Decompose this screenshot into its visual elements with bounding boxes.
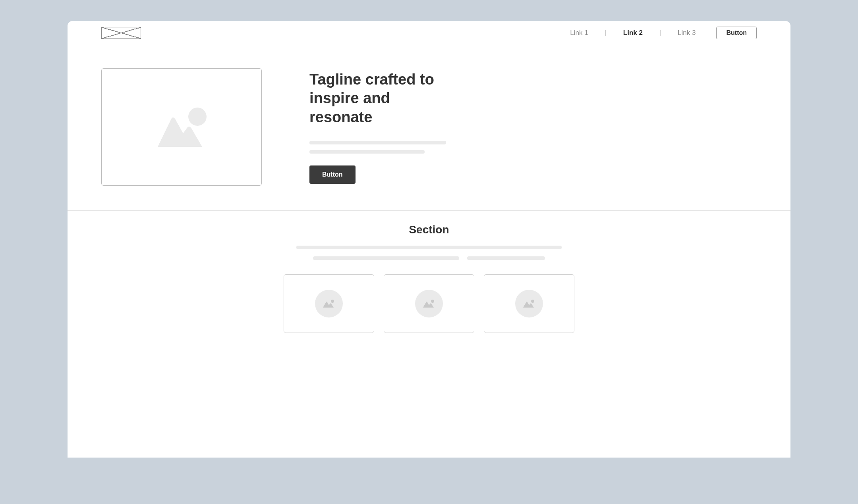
svg-point-0 (188, 108, 207, 126)
page-container: Link 1 | Link 2 | Link 3 Button Tagline … (68, 21, 790, 458)
nav-divider: | (659, 29, 661, 37)
hero-content: Tagline crafted to inspire and resonate … (309, 70, 757, 184)
image-icon (422, 298, 436, 309)
nav-link-2[interactable]: Link 2 (623, 29, 643, 37)
text-placeholder-line (296, 246, 562, 249)
text-placeholder-line (309, 150, 425, 154)
card-image-placeholder (415, 290, 443, 317)
svg-point-2 (431, 300, 434, 303)
nav-link-3[interactable]: Link 3 (678, 29, 696, 37)
hero-cta-button[interactable]: Button (309, 165, 356, 184)
svg-point-1 (331, 300, 334, 303)
hero-title: Tagline crafted to inspire and resonate (309, 70, 448, 127)
section-text-placeholder (101, 246, 757, 260)
svg-point-3 (531, 300, 534, 303)
image-icon (522, 298, 536, 309)
card-item[interactable] (484, 274, 574, 333)
image-icon (146, 99, 217, 155)
card-image-placeholder (515, 290, 543, 317)
card-image-placeholder (315, 290, 343, 317)
logo-placeholder[interactable] (101, 27, 141, 39)
image-icon (322, 298, 336, 309)
site-header: Link 1 | Link 2 | Link 3 Button (68, 21, 790, 45)
hero-section: Tagline crafted to inspire and resonate … (68, 45, 790, 211)
text-placeholder-line (309, 141, 446, 144)
card-item[interactable] (384, 274, 474, 333)
text-placeholder-row (313, 256, 545, 260)
text-placeholder-line (467, 256, 545, 260)
text-placeholder-line (313, 256, 459, 260)
nav-divider: | (605, 29, 607, 37)
section-title: Section (101, 223, 757, 236)
card-row (101, 274, 757, 333)
header-cta-button[interactable]: Button (716, 27, 757, 39)
hero-image-placeholder (101, 68, 262, 186)
card-item[interactable] (284, 274, 374, 333)
main-nav: Link 1 | Link 2 | Link 3 Button (570, 27, 757, 39)
content-section: Section (68, 211, 790, 333)
nav-link-1[interactable]: Link 1 (570, 29, 588, 37)
